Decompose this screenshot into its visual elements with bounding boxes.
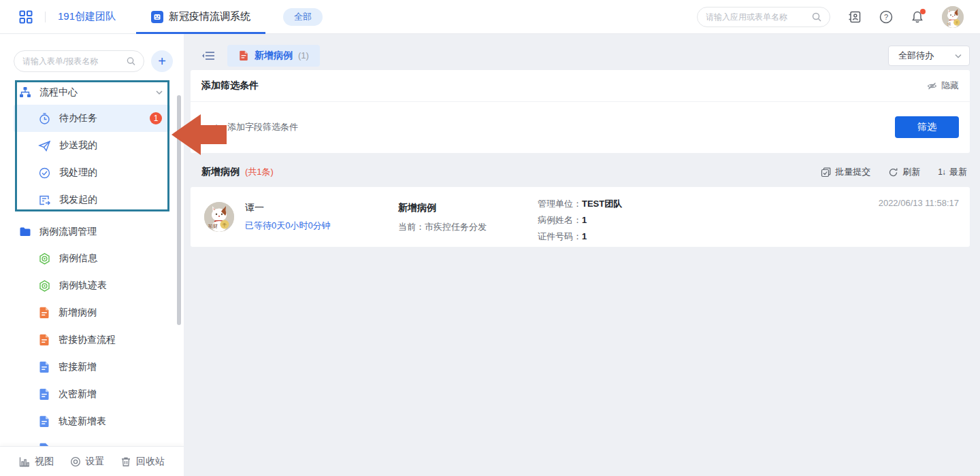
refresh-icon [888, 167, 898, 177]
app-tab-label: 新冠疫情流调系统 [169, 10, 250, 23]
form-doc-icon [38, 361, 50, 373]
record-form-name: 新增病例 [398, 202, 487, 214]
record-waiting-time: 已等待0天0小时0分钟 [245, 220, 331, 232]
views-label: 视图 [35, 456, 54, 468]
add-form-button[interactable]: + [151, 50, 173, 72]
sidebar-item-label: 我处理的 [59, 167, 97, 179]
todo-filter-value: 全部待办 [898, 50, 934, 62]
filter-title: 添加筛选条件 [201, 80, 259, 92]
topbar-right: ? 千 [697, 6, 964, 28]
record-field: 管理单位：TEST团队 [538, 196, 622, 212]
record-current-node: 当前：市疾控任务分发 [398, 221, 487, 233]
nav-gap [0, 214, 184, 219]
search-icon [812, 12, 821, 22]
views-button[interactable]: 视图 [19, 456, 54, 468]
record-fields: 管理单位：TEST团队 病例姓名：1 证件号码：1 [538, 196, 622, 245]
refresh-button[interactable]: 刷新 [888, 166, 920, 178]
sidebar-item-label: 抄送我的 [59, 139, 97, 152]
notification-bell-icon[interactable] [911, 10, 924, 24]
form-doc-icon [38, 334, 50, 346]
svg-text:招财: 招财 [208, 224, 218, 228]
svg-text:千: 千 [222, 222, 227, 227]
sidebar-item-initiated-by-me[interactable]: 我发起的 [14, 186, 170, 214]
recycle-label: 回收站 [136, 456, 165, 468]
sidebar-nav: 流程中心 待办任务 1 抄送我的 我处理的 [0, 80, 184, 462]
sidebar-item-handled-by-me[interactable]: 我处理的 [14, 159, 170, 186]
batch-check-icon [821, 167, 831, 177]
hide-filter-button[interactable]: 隐藏 [927, 80, 959, 92]
filter-card: 添加筛选条件 隐藏 ＋ 添加字段筛选条件 筛选 [191, 70, 970, 153]
paper-plane-icon [38, 139, 51, 152]
sort-label: 最新 [949, 166, 967, 178]
sidebar-scrollbar[interactable] [177, 95, 181, 325]
form-doc-icon [38, 415, 50, 428]
sidebar-item-close-contact-flow[interactable]: 密接协查流程 [14, 326, 170, 354]
list-title: 新增病例 [201, 166, 240, 178]
collapse-sidebar-icon[interactable] [201, 50, 215, 62]
global-search-input[interactable] [706, 12, 812, 22]
batch-submit-label: 批量提交 [835, 166, 870, 178]
sidebar-item-case-info[interactable]: 病例信息 [14, 245, 170, 272]
contacts-icon[interactable] [848, 10, 862, 24]
chevron-down-icon[interactable] [155, 88, 163, 97]
sidebar-item-case-track-table[interactable]: 病例轨迹表 [14, 272, 170, 299]
sidebar-item-close-contact-new[interactable]: 密接新增 [14, 354, 170, 381]
sidebar-item-secondary-contact-new[interactable]: 次密新增 [14, 381, 170, 408]
app-tab[interactable]: 新冠疫情流调系统 [136, 0, 265, 34]
sidebar-item-cc-to-me[interactable]: 抄送我的 [14, 132, 170, 159]
chart-icon [19, 456, 30, 467]
user-avatar[interactable]: 千 招 [942, 6, 964, 28]
add-filter-condition[interactable]: ＋ 添加字段筛选条件 [211, 120, 298, 135]
active-tab-underline [136, 32, 265, 34]
app-icon [151, 11, 163, 23]
trash-icon [120, 456, 131, 467]
sort-latest-button[interactable]: 1↓ 最新 [938, 166, 967, 178]
dashboard-hex-icon [38, 279, 51, 292]
form-doc-icon [238, 50, 249, 61]
sidebar-item-todo-tasks[interactable]: 待办任务 1 [14, 105, 170, 132]
settings-button[interactable]: 设置 [70, 456, 105, 468]
sidebar-group-label: 病例流调管理 [39, 226, 97, 238]
record-list: 千 招财 谭一 已等待0天0小时0分钟 新增病例 当前：市疾控任务分发 管理单位… [191, 187, 970, 247]
form-search[interactable] [14, 50, 144, 72]
sidebar-item-process-center[interactable]: 流程中心 [14, 80, 170, 105]
form-search-input[interactable] [22, 56, 127, 66]
sidebar-group-case-management[interactable]: 病例流调管理 [14, 219, 170, 245]
svg-text:招: 招 [947, 21, 951, 25]
list-actions: 批量提交 刷新 1↓ 最新 [821, 166, 967, 178]
todo-filter-dropdown[interactable]: 全部待办 [888, 46, 970, 66]
record-field: 病例姓名：1 [538, 212, 622, 228]
filter-button[interactable]: 筛选 [895, 116, 959, 138]
record-avatar: 千 招财 [204, 202, 234, 232]
main-header: 新增病例 (1) 全部待办 [191, 41, 970, 70]
scope-all-pill[interactable]: 全部 [283, 8, 323, 26]
form-doc-icon [38, 307, 50, 319]
list-toolbar: 新增病例 (共1条) 批量提交 刷新 1↓ 最新 [191, 160, 970, 184]
refresh-label: 刷新 [902, 166, 920, 178]
global-search[interactable] [697, 7, 830, 27]
sidebar-item-label: 流程中心 [39, 86, 78, 99]
chevron-down-icon [954, 52, 962, 60]
sidebar-item-new-case-form[interactable]: 新增病例 [14, 299, 170, 326]
sidebar-item-label: 待办任务 [59, 112, 97, 124]
record-name: 谭一 [245, 202, 331, 214]
help-icon[interactable]: ? [879, 10, 893, 24]
recycle-bin-button[interactable]: 回收站 [120, 456, 165, 468]
apps-grid-icon[interactable] [19, 10, 33, 24]
active-view-tab[interactable]: 新增病例 (1) [227, 45, 320, 67]
sidebar-footer: 视图 设置 回收站 [0, 446, 184, 476]
workflow-icon [19, 86, 31, 99]
batch-submit-button[interactable]: 批量提交 [821, 166, 870, 178]
settings-label: 设置 [86, 456, 105, 468]
svg-text:千: 千 [956, 21, 959, 24]
team-name[interactable]: 191创建团队 [58, 10, 116, 23]
divider [45, 12, 46, 22]
sidebar-search-row: + [14, 50, 173, 72]
eye-off-icon [927, 81, 937, 91]
dashboard-hex-icon [38, 252, 51, 265]
sidebar-item-label: 密接新增 [59, 361, 97, 373]
plus-icon: ＋ [211, 120, 222, 135]
sidebar-item-track-new-table[interactable]: 轨迹新增表 [14, 408, 170, 435]
record-field: 证件号码：1 [538, 228, 622, 245]
clock-icon [38, 112, 51, 125]
